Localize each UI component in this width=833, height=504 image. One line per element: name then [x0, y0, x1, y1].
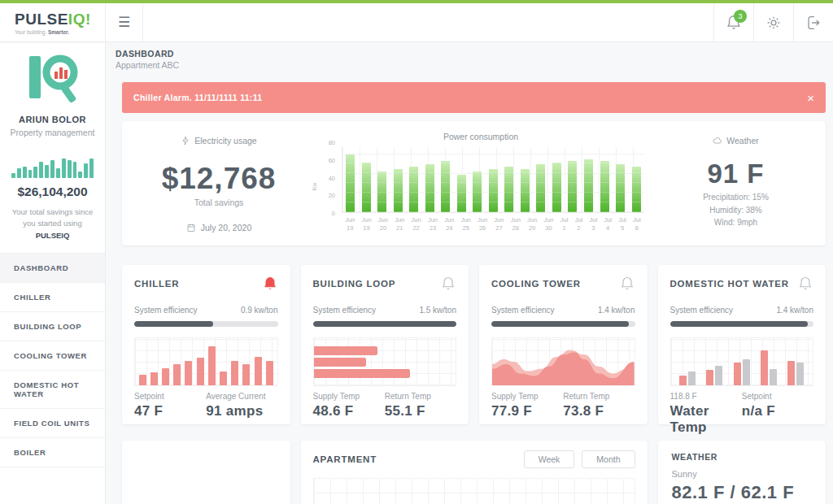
- stat-value: 73.8 F: [563, 403, 635, 419]
- chiller-bar: [197, 358, 204, 385]
- power-bar: [362, 163, 371, 212]
- savings-caption-line1: Your total savings since: [12, 207, 93, 216]
- power-bar: [536, 164, 545, 212]
- month-button[interactable]: Month: [582, 450, 635, 468]
- dhw-red-bar: [761, 350, 768, 386]
- sidebar-item-dashboard[interactable]: DASHBOARD: [0, 253, 105, 282]
- sidebar-item-building-loop[interactable]: BUILDING LOOP: [0, 311, 105, 341]
- chiller-bar: [208, 346, 216, 385]
- stat-value: 91 amps: [206, 403, 277, 419]
- wave-front: [492, 352, 635, 385]
- dhw-gray-bar: [688, 371, 696, 385]
- savings-caption: Your total savings since you started usi…: [0, 206, 105, 241]
- dhw-gray-bar: [715, 366, 722, 385]
- stat-label: Supply Temp: [491, 392, 563, 401]
- power-bar: [568, 161, 577, 212]
- weather-card-title: WEATHER: [672, 452, 813, 462]
- power-xlabel: Jun19: [345, 216, 355, 237]
- electricity-label-row: Electricity usage: [181, 136, 256, 146]
- power-bar: [552, 163, 561, 212]
- power-xlabel: Jun21: [395, 216, 404, 237]
- chiller-bar: [242, 364, 250, 385]
- power-bar: [473, 172, 482, 212]
- electricity-center: $12,768 Total savings: [162, 162, 277, 207]
- brand-logo[interactable]: PULSEIQ! Your building. Smarter.: [0, 3, 106, 41]
- chiller-efficiency-row: System efficiency 0.9 kw/ton: [134, 306, 278, 315]
- power-ytick: 60: [329, 156, 335, 163]
- building-loop-bar: [314, 369, 411, 378]
- building-loop-mini-chart: [313, 337, 457, 386]
- power-chart-yticks: 806040200: [321, 142, 338, 213]
- menu-toggle-button[interactable]: ☰: [106, 3, 143, 41]
- sidebar-item-cooling-tower[interactable]: COOLING TOWER: [0, 341, 105, 370]
- building-loop-card-head: BUILDING LOOP: [313, 276, 457, 292]
- power-bar: [489, 169, 498, 212]
- power-bar: [425, 164, 434, 212]
- hamburger-icon: ☰: [118, 14, 130, 31]
- savings-caption-brand: PULSEIQ: [36, 231, 70, 240]
- alarm-bell-icon[interactable]: [262, 276, 278, 292]
- power-chart-ylabel: Kw: [312, 182, 317, 190]
- page-subtitle: Appartment ABC: [116, 60, 833, 70]
- bell-icon[interactable]: [440, 276, 456, 292]
- spark-bar: [84, 163, 88, 178]
- logout-button[interactable]: [793, 3, 833, 41]
- bell-icon[interactable]: [797, 276, 813, 292]
- stat-supply-temp: Supply Temp 77.9 F: [491, 392, 563, 419]
- alert-close-icon[interactable]: ×: [807, 92, 814, 104]
- power-bar: [521, 169, 530, 212]
- stat-label: Supply Temp: [313, 392, 385, 401]
- sidebar-item-domestic-hot-water[interactable]: DOMESTIC HOT WATER: [0, 370, 105, 408]
- dhw-gray-bar: [770, 369, 777, 385]
- chiller-efficiency-fill: [134, 321, 213, 327]
- chiller-card-title: CHILLER: [134, 279, 179, 289]
- sidebar: ARIUN BOLOR Property management $26,104,…: [0, 43, 106, 504]
- stat-label: Average Current: [206, 392, 277, 401]
- chiller-bar: [150, 372, 158, 385]
- dhw-bar-group: [787, 361, 804, 385]
- building-loop-efficiency-row: System efficiency 1.5 kw/ton: [313, 306, 457, 315]
- power-xlabel: Jun26: [478, 216, 487, 237]
- brand-tagline-plain: Your building.: [15, 29, 46, 35]
- power-xlabel: Jul1: [560, 216, 569, 237]
- cooling-tower-efficiency-bar: [491, 321, 635, 327]
- date-row: July 20, 2020: [186, 223, 251, 232]
- stat-label: Return Temp: [385, 392, 456, 401]
- user-name: ARIUN BOLOR: [0, 115, 105, 124]
- humidity-value: Humidity: 38%: [709, 206, 761, 215]
- building-loop-efficiency-bar: [313, 321, 457, 327]
- bell-icon[interactable]: [619, 276, 635, 292]
- sidebar-item-chiller[interactable]: CHILLER: [0, 282, 105, 311]
- dhw-red-bar: [679, 376, 687, 385]
- system-cards-row: CHILLER System efficiency 0.9 kw/ton Set…: [122, 265, 826, 424]
- efficiency-label: System efficiency: [670, 306, 734, 315]
- chiller-card: CHILLER System efficiency 0.9 kw/ton Set…: [122, 265, 290, 424]
- settings-button[interactable]: [753, 3, 793, 41]
- chiller-bar: [220, 371, 227, 385]
- header: PULSEIQ! Your building. Smarter. ☰ 3: [0, 3, 833, 42]
- week-button[interactable]: Week: [524, 450, 575, 468]
- brand-name: PULSEIQ!: [15, 11, 105, 28]
- power-xlabel: Jul3: [590, 216, 598, 237]
- power-xlabel: Jun23: [428, 216, 438, 237]
- breadcrumb: DASHBOARD Appartment ABC: [106, 43, 833, 70]
- calendar-icon: [186, 223, 196, 232]
- building-loop-bar: [314, 358, 367, 367]
- weather-label: Weather: [726, 136, 759, 146]
- notifications-button[interactable]: 3: [713, 3, 753, 41]
- sidebar-item-field-coil-units[interactable]: FIELD COIL UNITS: [0, 408, 105, 437]
- power-xlabel: Jun28: [511, 216, 521, 237]
- power-xlabel: Jun24: [444, 216, 454, 237]
- bottom-row: APARTMENT Week Month WEATHER Sunny 82.1 …: [122, 441, 826, 504]
- stat-label: 118.8 F: [670, 392, 742, 401]
- building-loop-bar: [314, 346, 378, 355]
- cooling-tower-efficiency-fill: [491, 321, 629, 327]
- efficiency-label: System efficiency: [313, 306, 377, 315]
- chiller-bar: [255, 357, 262, 385]
- total-savings-caption: Total savings: [162, 198, 277, 207]
- spark-bar: [39, 162, 43, 178]
- spark-bar: [23, 167, 27, 178]
- cooling-tower-card-head: COOLING TOWER: [491, 276, 635, 292]
- savings-amount: $26,104,200: [0, 185, 105, 199]
- sidebar-item-boiler[interactable]: BOILER: [0, 437, 105, 467]
